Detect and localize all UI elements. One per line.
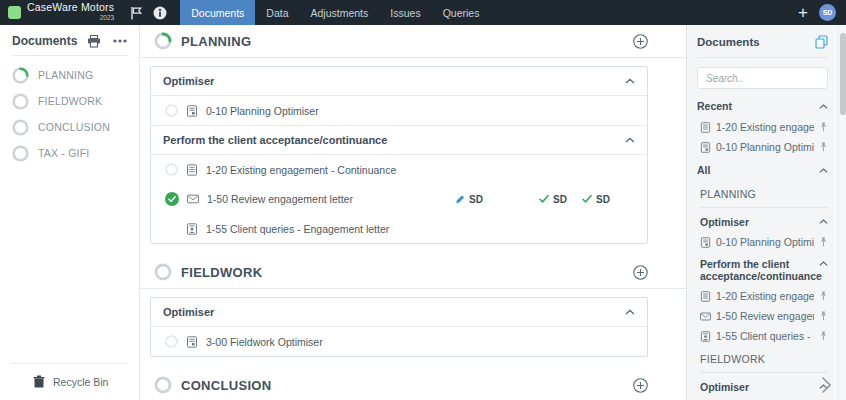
tab-data[interactable]: Data — [255, 0, 299, 25]
recent-item[interactable]: 1-20 Existing engagement - Continuance — [687, 117, 838, 137]
subgroup-optimiser[interactable]: Optimiser — [687, 210, 838, 232]
acceptance-group-header[interactable]: Perform the client acceptance/continuanc… — [151, 125, 647, 155]
tree-item[interactable]: 1-55 Client queries - Engagement letter — [687, 326, 838, 346]
all-section-header[interactable]: All — [687, 157, 838, 181]
pencil-icon — [455, 194, 465, 204]
caseware-logo-icon — [8, 6, 21, 19]
chevron-up-icon — [625, 78, 635, 84]
sidebar-item-conclusion[interactable]: CONCLUSION — [0, 114, 139, 140]
add-document-icon[interactable] — [633, 265, 648, 280]
tab-adjustments[interactable]: Adjustments — [300, 0, 380, 25]
progress-ring-icon — [12, 93, 29, 110]
status-ring-icon — [165, 335, 178, 348]
avatar[interactable]: SD — [819, 4, 836, 21]
letter-envelope-icon — [187, 193, 199, 205]
scrollbar[interactable] — [838, 25, 846, 400]
checklist-document-icon — [700, 291, 711, 302]
subgroup-optimiser[interactable]: Optimiser — [687, 375, 838, 397]
section-title: FIELDWORK — [181, 265, 262, 280]
optimiser-group-header[interactable]: Optimiser — [151, 298, 647, 327]
pin-icon[interactable] — [819, 331, 828, 341]
print-icon[interactable] — [87, 35, 101, 48]
tab-issues[interactable]: Issues — [379, 0, 431, 25]
progress-ring-icon — [12, 145, 29, 162]
subgroup-acceptance[interactable]: Perform the client acceptance/continuanc… — [687, 252, 838, 286]
signoff-badge: SD — [539, 194, 567, 205]
sidebar-item-tax-gifi[interactable]: TAX - GIFI — [0, 140, 139, 166]
right-sidebar: Documents Recent — [686, 25, 838, 400]
optimiser-document-icon — [186, 336, 198, 348]
info-icon[interactable] — [148, 0, 172, 25]
scrollbar-thumb[interactable] — [840, 33, 846, 115]
recycle-bin[interactable]: Recycle Bin — [0, 364, 139, 400]
trash-icon — [33, 375, 45, 388]
left-sidebar: Documents — [0, 25, 140, 400]
chevron-up-icon — [819, 168, 828, 173]
pin-icon[interactable] — [819, 142, 828, 152]
query-person-icon — [700, 331, 711, 342]
pin-icon[interactable] — [819, 291, 828, 301]
document-row-3-00[interactable]: 3-00 Fieldwork Optimiser — [151, 327, 647, 356]
check-icon — [582, 195, 592, 204]
optimiser-document-icon — [700, 237, 711, 248]
chevron-up-icon — [819, 261, 828, 266]
optimiser-group-header[interactable]: Optimiser — [151, 67, 647, 96]
signoff-badge: SD — [582, 194, 610, 205]
recent-item[interactable]: 0-10 Planning Optimiser — [687, 137, 838, 157]
progress-ring-icon — [12, 119, 29, 136]
add-icon[interactable]: + — [798, 4, 808, 21]
top-bar: CaseWare Motors 2023 Documents Data Adju… — [0, 0, 846, 25]
recent-section-header[interactable]: Recent — [687, 93, 838, 117]
sidebar-item-fieldwork[interactable]: FIELDWORK — [0, 88, 139, 114]
group-title-fieldwork: FIELDWORK — [687, 346, 838, 369]
divider — [700, 372, 828, 373]
document-row-1-50[interactable]: 1-50 Review engagement letter SD — [151, 184, 647, 214]
pin-icon[interactable] — [819, 122, 828, 132]
document-row-0-10[interactable]: 0-10 Planning Optimiser — [151, 96, 647, 125]
tab-documents[interactable]: Documents — [180, 0, 255, 25]
optimiser-document-icon — [700, 142, 711, 153]
chevron-right-icon[interactable] — [821, 376, 832, 394]
section-title: CONCLUSION — [181, 378, 271, 393]
chevron-up-icon — [819, 104, 828, 109]
tree-item[interactable]: 1-20 Existing engagement - Continuance — [687, 286, 838, 306]
tab-queries[interactable]: Queries — [432, 0, 491, 25]
left-sidebar-title: Documents — [12, 34, 77, 48]
fieldwork-card: Optimiser 3-00 Fieldwork Opt — [150, 297, 648, 357]
chevron-up-icon — [625, 309, 635, 315]
document-row-1-20[interactable]: 1-20 Existing engagement - Continuance — [151, 155, 647, 184]
tree-item[interactable]: 1-50 Review engagement letter — [687, 306, 838, 326]
main-nav: Documents Data Adjustments Issues Querie… — [180, 0, 490, 25]
letter-envelope-icon — [700, 311, 711, 322]
status-ring-icon — [165, 163, 178, 176]
progress-ring-icon — [154, 263, 172, 281]
chevron-up-icon — [819, 219, 828, 224]
section-conclusion-header: CONCLUSION — [140, 369, 686, 400]
check-icon — [539, 195, 549, 204]
pin-icon[interactable] — [819, 311, 828, 321]
document-row-1-55[interactable]: 1-55 Client queries - Engagement letter — [151, 214, 647, 243]
add-document-icon[interactable] — [633, 34, 648, 49]
app-window: CaseWare Motors 2023 Documents Data Adju… — [0, 0, 846, 400]
pin-icon[interactable] — [819, 237, 828, 247]
flag-icon[interactable] — [124, 0, 148, 25]
more-icon[interactable] — [113, 39, 127, 43]
copy-icon[interactable] — [815, 35, 828, 49]
divider — [700, 207, 828, 208]
optimiser-document-icon — [186, 105, 198, 117]
signoff-badge: SD — [455, 194, 483, 205]
brand-name: CaseWare Motors — [27, 2, 114, 12]
documents-main: PLANNING Optimiser — [140, 25, 686, 400]
planning-card: Optimiser 0-10 Planning Opt — [150, 66, 648, 244]
section-planning-header: PLANNING — [140, 25, 686, 58]
status-ring-icon — [165, 104, 178, 117]
search-input[interactable] — [697, 67, 828, 89]
section-title: PLANNING — [181, 34, 251, 49]
divider — [697, 57, 828, 58]
app-logo: CaseWare Motors 2023 — [0, 0, 124, 25]
sidebar-item-planning[interactable]: PLANNING — [0, 62, 139, 88]
tree-item[interactable]: 0-10 Planning Optimiser — [687, 232, 838, 252]
chevron-up-icon — [625, 137, 635, 143]
add-document-icon[interactable] — [633, 378, 648, 393]
checklist-document-icon — [700, 122, 711, 133]
